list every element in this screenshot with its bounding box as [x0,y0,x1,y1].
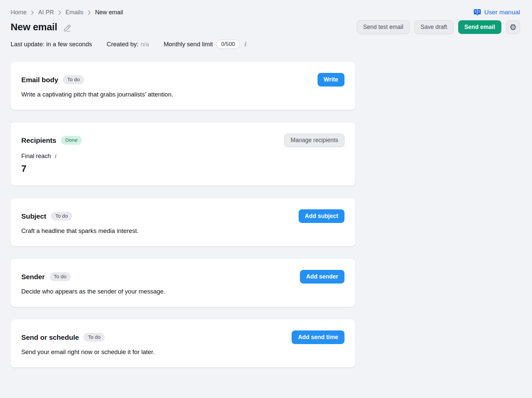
last-update: Last update: in a few seconds [11,41,92,48]
status-badge: To do [63,75,84,84]
card-title: Send or schedule [21,333,79,341]
title-row: New email Send test email Save draft Sen… [11,20,520,34]
meta-row: Last update: in a few seconds Created by… [11,40,520,49]
status-badge: To do [50,272,71,281]
send-limit-label: Monthly send limit [164,41,213,48]
add-sender-button[interactable]: Add sender [300,270,344,284]
send-limit-pill: 0/500 [216,40,239,49]
info-icon[interactable]: i [54,153,56,159]
gear-icon: ⚙ [509,23,517,31]
card-description: Craft a headline that sparks media inter… [21,227,344,235]
user-manual-link[interactable]: User manual [473,9,520,16]
created-by-value: n/a [140,41,149,48]
status-badge: Done [61,136,82,145]
breadcrumb-current: New email [95,9,123,16]
card-description: Send your email right now or schedule it… [21,348,344,356]
page: Home AI PR Emails New email [0,0,532,367]
add-subject-button[interactable]: Add subject [299,209,344,223]
created-by-label: Created by: [107,41,139,48]
settings-button[interactable]: ⚙ [506,20,520,34]
info-icon[interactable]: i [244,41,246,48]
manage-recipients-button[interactable]: Manage recipients [284,133,344,147]
header-actions: Send test email Save draft Send email ⚙ [357,20,520,34]
sender-card: Sender To do Add sender Decide who appea… [11,259,355,307]
book-icon [473,9,481,16]
send-or-schedule-card: Send or schedule To do Add send time Sen… [11,319,355,367]
chevron-right-icon [31,10,34,15]
breadcrumb-ai-pr[interactable]: AI PR [38,9,54,16]
created-by: Created by: n/a [107,41,149,48]
card-description: Decide who appears as the sender of your… [21,288,344,295]
write-button[interactable]: Write [318,73,344,87]
breadcrumb-home[interactable]: Home [11,9,27,16]
recipients-card: Recipients Done Manage recipients Final … [11,122,355,186]
send-test-email-button[interactable]: Send test email [357,20,410,34]
send-email-button[interactable]: Send email [458,20,501,34]
card-title: Recipients [21,136,56,144]
email-body-card: Email body To do Write Write a captivati… [11,62,355,110]
chevron-right-icon [58,10,61,15]
topbar: Home AI PR Emails New email [11,9,520,16]
save-draft-button[interactable]: Save draft [414,20,454,34]
card-title: Subject [21,212,46,220]
breadcrumb: Home AI PR Emails New email [11,9,123,16]
breadcrumb-emails[interactable]: Emails [66,9,83,16]
final-reach-label: Final reach [21,153,51,160]
status-badge: To do [83,333,105,342]
card-description: Write a captivating pitch that grabs jou… [21,91,344,98]
card-title: Sender [21,273,45,281]
status-badge: To do [51,212,72,221]
user-manual-label: User manual [484,9,520,16]
add-send-time-button[interactable]: Add send time [292,330,344,344]
edit-title-icon[interactable] [62,24,71,33]
monthly-send-limit: Monthly send limit 0/500 i [164,40,246,49]
page-title: New email [11,22,57,33]
final-reach-value: 7 [21,163,344,174]
subject-card: Subject To do Add subject Craft a headli… [11,198,355,246]
chevron-right-icon [88,10,91,15]
card-title: Email body [21,76,58,84]
